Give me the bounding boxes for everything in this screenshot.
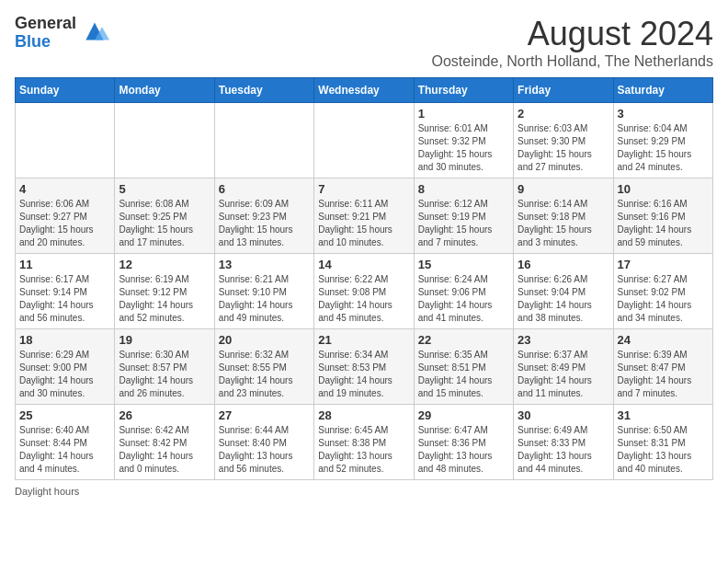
day-info: Sunrise: 6:19 AMSunset: 9:12 PMDaylight:…	[119, 273, 210, 325]
day-number: 6	[219, 182, 310, 196]
day-number: 9	[518, 182, 609, 196]
calendar-cell	[16, 103, 115, 178]
day-info: Sunrise: 6:14 AMSunset: 9:18 PMDaylight:…	[518, 198, 609, 249]
logo-icon	[80, 17, 109, 46]
weekday-header-friday: Friday	[514, 78, 613, 103]
calendar-cell	[314, 103, 414, 178]
calendar-week-row: 4Sunrise: 6:06 AMSunset: 9:27 PMDaylight…	[16, 178, 713, 254]
calendar-cell: 19Sunrise: 6:30 AMSunset: 8:57 PMDayligh…	[115, 329, 214, 405]
day-info: Sunrise: 6:40 AMSunset: 8:44 PMDaylight:…	[19, 424, 110, 476]
day-info: Sunrise: 6:35 AMSunset: 8:51 PMDaylight:…	[418, 349, 509, 400]
logo-general-text: General	[15, 15, 76, 33]
day-info: Sunrise: 6:29 AMSunset: 9:00 PMDaylight:…	[19, 349, 110, 400]
calendar-cell: 14Sunrise: 6:22 AMSunset: 9:08 PMDayligh…	[314, 254, 414, 329]
day-number: 14	[318, 258, 409, 271]
day-info: Sunrise: 6:39 AMSunset: 8:47 PMDaylight:…	[618, 349, 709, 400]
calendar-cell: 22Sunrise: 6:35 AMSunset: 8:51 PMDayligh…	[414, 329, 513, 405]
day-info: Sunrise: 6:17 AMSunset: 9:14 PMDaylight:…	[19, 273, 110, 325]
day-number: 16	[518, 258, 609, 271]
day-info: Sunrise: 6:32 AMSunset: 8:55 PMDaylight:…	[219, 349, 310, 400]
weekday-header-sunday: Sunday	[16, 78, 115, 103]
day-number: 1	[418, 107, 509, 121]
calendar-cell: 29Sunrise: 6:47 AMSunset: 8:36 PMDayligh…	[414, 405, 513, 480]
day-number: 11	[19, 258, 110, 271]
calendar-cell: 7Sunrise: 6:11 AMSunset: 9:21 PMDaylight…	[314, 178, 414, 254]
day-info: Sunrise: 6:09 AMSunset: 9:23 PMDaylight:…	[219, 198, 310, 249]
day-number: 25	[19, 408, 110, 422]
day-info: Sunrise: 6:06 AMSunset: 9:27 PMDaylight:…	[19, 198, 110, 249]
page-header: General Blue August 2024 Oosteinde, Nort…	[15, 15, 713, 70]
weekday-header-saturday: Saturday	[613, 78, 712, 103]
calendar-cell: 15Sunrise: 6:24 AMSunset: 9:06 PMDayligh…	[414, 254, 513, 329]
calendar-cell: 5Sunrise: 6:08 AMSunset: 9:25 PMDaylight…	[115, 178, 214, 254]
weekday-header-row: SundayMondayTuesdayWednesdayThursdayFrid…	[16, 78, 713, 103]
calendar-cell: 24Sunrise: 6:39 AMSunset: 8:47 PMDayligh…	[613, 329, 712, 405]
calendar-cell: 31Sunrise: 6:50 AMSunset: 8:31 PMDayligh…	[613, 405, 712, 480]
day-number: 15	[418, 258, 509, 271]
day-info: Sunrise: 6:37 AMSunset: 8:49 PMDaylight:…	[518, 349, 609, 400]
day-info: Sunrise: 6:42 AMSunset: 8:42 PMDaylight:…	[119, 424, 210, 476]
calendar-cell: 13Sunrise: 6:21 AMSunset: 9:10 PMDayligh…	[214, 254, 313, 329]
calendar-cell: 26Sunrise: 6:42 AMSunset: 8:42 PMDayligh…	[115, 405, 214, 480]
calendar-cell	[115, 103, 214, 178]
title-section: August 2024 Oosteinde, North Holland, Th…	[431, 15, 713, 70]
day-number: 3	[618, 107, 709, 121]
weekday-header-tuesday: Tuesday	[214, 78, 313, 103]
day-number: 28	[318, 408, 409, 422]
calendar-table: SundayMondayTuesdayWednesdayThursdayFrid…	[15, 77, 713, 480]
day-info: Sunrise: 6:03 AMSunset: 9:30 PMDaylight:…	[518, 122, 609, 174]
day-info: Sunrise: 6:04 AMSunset: 9:29 PMDaylight:…	[618, 122, 709, 174]
location-subtitle: Oosteinde, North Holland, The Netherland…	[431, 53, 713, 70]
day-number: 4	[19, 182, 110, 196]
day-number: 13	[219, 258, 310, 271]
day-info: Sunrise: 6:30 AMSunset: 8:57 PMDaylight:…	[119, 349, 210, 400]
calendar-cell: 18Sunrise: 6:29 AMSunset: 9:00 PMDayligh…	[16, 329, 115, 405]
calendar-cell: 11Sunrise: 6:17 AMSunset: 9:14 PMDayligh…	[16, 254, 115, 329]
day-info: Sunrise: 6:34 AMSunset: 8:53 PMDaylight:…	[318, 349, 409, 400]
calendar-cell: 2Sunrise: 6:03 AMSunset: 9:30 PMDaylight…	[514, 103, 613, 178]
calendar-cell: 30Sunrise: 6:49 AMSunset: 8:33 PMDayligh…	[514, 405, 613, 480]
day-number: 18	[19, 333, 110, 347]
day-info: Sunrise: 6:21 AMSunset: 9:10 PMDaylight:…	[219, 273, 310, 325]
weekday-header-thursday: Thursday	[414, 78, 513, 103]
day-info: Sunrise: 6:01 AMSunset: 9:32 PMDaylight:…	[418, 122, 509, 174]
day-number: 5	[119, 182, 210, 196]
calendar-cell: 6Sunrise: 6:09 AMSunset: 9:23 PMDaylight…	[214, 178, 313, 254]
day-info: Sunrise: 6:11 AMSunset: 9:21 PMDaylight:…	[318, 198, 409, 249]
day-number: 12	[119, 258, 210, 271]
day-number: 2	[518, 107, 609, 121]
day-info: Sunrise: 6:22 AMSunset: 9:08 PMDaylight:…	[318, 273, 409, 325]
calendar-week-row: 18Sunrise: 6:29 AMSunset: 9:00 PMDayligh…	[16, 329, 713, 405]
day-number: 23	[518, 333, 609, 347]
logo-blue-text: Blue	[15, 33, 76, 52]
calendar-cell: 4Sunrise: 6:06 AMSunset: 9:27 PMDaylight…	[16, 178, 115, 254]
calendar-cell: 20Sunrise: 6:32 AMSunset: 8:55 PMDayligh…	[214, 329, 313, 405]
day-number: 27	[219, 408, 310, 422]
weekday-header-wednesday: Wednesday	[314, 78, 414, 103]
calendar-cell: 10Sunrise: 6:16 AMSunset: 9:16 PMDayligh…	[613, 178, 712, 254]
day-number: 20	[219, 333, 310, 347]
day-number: 19	[119, 333, 210, 347]
calendar-cell: 12Sunrise: 6:19 AMSunset: 9:12 PMDayligh…	[115, 254, 214, 329]
calendar-cell: 23Sunrise: 6:37 AMSunset: 8:49 PMDayligh…	[514, 329, 613, 405]
day-info: Sunrise: 6:49 AMSunset: 8:33 PMDaylight:…	[518, 424, 609, 476]
day-number: 31	[618, 408, 709, 422]
day-number: 8	[418, 182, 509, 196]
day-number: 26	[119, 408, 210, 422]
day-number: 10	[618, 182, 709, 196]
month-title: August 2024	[431, 15, 713, 53]
calendar-cell: 17Sunrise: 6:27 AMSunset: 9:02 PMDayligh…	[613, 254, 712, 329]
day-info: Sunrise: 6:50 AMSunset: 8:31 PMDaylight:…	[618, 424, 709, 476]
calendar-week-row: 11Sunrise: 6:17 AMSunset: 9:14 PMDayligh…	[16, 254, 713, 329]
day-info: Sunrise: 6:44 AMSunset: 8:40 PMDaylight:…	[219, 424, 310, 476]
calendar-cell: 28Sunrise: 6:45 AMSunset: 8:38 PMDayligh…	[314, 405, 414, 480]
day-number: 21	[318, 333, 409, 347]
day-info: Sunrise: 6:27 AMSunset: 9:02 PMDaylight:…	[618, 273, 709, 325]
day-info: Sunrise: 6:08 AMSunset: 9:25 PMDaylight:…	[119, 198, 210, 249]
day-info: Sunrise: 6:26 AMSunset: 9:04 PMDaylight:…	[518, 273, 609, 325]
day-number: 29	[418, 408, 509, 422]
calendar-cell: 27Sunrise: 6:44 AMSunset: 8:40 PMDayligh…	[214, 405, 313, 480]
calendar-week-row: 25Sunrise: 6:40 AMSunset: 8:44 PMDayligh…	[16, 405, 713, 480]
logo: General Blue	[15, 15, 109, 52]
day-info: Sunrise: 6:24 AMSunset: 9:06 PMDaylight:…	[418, 273, 509, 325]
